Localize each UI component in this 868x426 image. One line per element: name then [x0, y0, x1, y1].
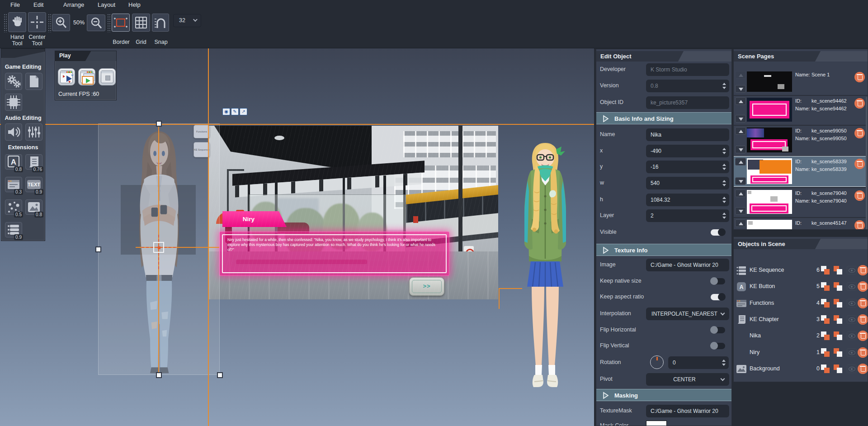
interpolation-dropdown[interactable]: INTERPOLATE_NEAREST [646, 308, 729, 320]
toolbar-grip[interactable] [107, 14, 111, 33]
x-field[interactable]: -490 [646, 145, 729, 157]
move-up-button[interactable] [735, 219, 746, 227]
visibility-eye-icon[interactable] [847, 299, 857, 308]
speaker-button[interactable] [5, 123, 22, 141]
h-field[interactable]: 1084.32 [646, 194, 729, 206]
scene-edit-icon[interactable]: ✎ [231, 108, 239, 115]
handle-bottom[interactable] [156, 372, 162, 378]
handle-left[interactable] [95, 246, 101, 252]
spinner-icon[interactable] [722, 148, 726, 154]
spinner-icon[interactable] [722, 83, 726, 89]
play-button[interactable] [58, 68, 75, 85]
scene-page-row[interactable]: Name:Scene 1 [734, 70, 868, 94]
scene-image[interactable]: 9 Niry Niry just hesitated for a while, … [209, 126, 498, 299]
layer-up-icon[interactable] [821, 364, 830, 374]
delete-object-button[interactable] [858, 281, 868, 292]
move-down-button[interactable] [735, 177, 746, 185]
play-scene-button[interactable] [78, 68, 95, 85]
zoom-out-button[interactable] [87, 14, 105, 31]
object-row-ke-button[interactable]: AKE Button5 [734, 279, 868, 294]
pivot-dropdown[interactable]: CENTER [646, 373, 729, 386]
scrollbar[interactable] [866, 97, 868, 230]
keep_aspect-toggle[interactable] [711, 294, 725, 300]
ext-script-button[interactable]: 0.76 [25, 154, 42, 170]
move-down-button[interactable] [735, 207, 746, 215]
layer-down-icon[interactable] [834, 348, 843, 357]
delete-scene-button[interactable] [854, 128, 865, 138]
zoom-in-button[interactable] [52, 14, 70, 31]
toolbar-grip[interactable] [4, 14, 7, 33]
move-up-button[interactable] [735, 158, 746, 166]
rotation-field[interactable]: 0 [668, 356, 729, 369]
layer-up-icon[interactable] [821, 315, 830, 324]
y-field[interactable]: -16 [646, 161, 729, 173]
scene-arrow-icon[interactable]: ↗ [240, 108, 247, 115]
delete-scene-button[interactable] [854, 220, 865, 230]
page-button[interactable] [25, 73, 42, 90]
mask-color-swatch[interactable] [646, 421, 667, 426]
delete-object-button[interactable] [858, 314, 868, 325]
layer-down-icon[interactable] [834, 266, 843, 275]
dialog-next-button[interactable]: >> [409, 277, 444, 296]
visibility-eye-icon[interactable] [847, 331, 857, 340]
layer-down-icon[interactable] [834, 282, 843, 291]
layer-up-icon[interactable] [821, 299, 830, 308]
stop-button[interactable] [99, 68, 116, 85]
move-up-button[interactable] [735, 127, 746, 135]
w-field[interactable]: 540 [646, 177, 729, 189]
handle-top[interactable] [156, 121, 162, 127]
chip-button[interactable] [5, 94, 22, 111]
layer-down-icon[interactable] [834, 331, 843, 341]
delete-scene-button[interactable] [854, 72, 865, 82]
delete-scene-button[interactable] [854, 190, 865, 201]
ext-particles-button[interactable]: 0.5 [5, 199, 22, 215]
scene-page-row[interactable]: ID:ke_scene94462Name:ke_scene94462 [734, 96, 868, 124]
spinner-icon[interactable] [722, 180, 726, 186]
menu-edit[interactable]: Edit [33, 1, 43, 8]
grid-size-dropdown[interactable]: 32 [173, 14, 201, 27]
visible-toggle[interactable] [711, 229, 725, 236]
scene-page-row[interactable]: ID:ke_scene99050Name:ke_scene99050 [734, 126, 868, 155]
move-up-button[interactable] [735, 97, 746, 105]
character-niry[interactable] [519, 137, 571, 390]
ext-image-button[interactable]: 0.8 [25, 199, 42, 215]
move-down-button[interactable] [735, 146, 746, 153]
menu-file[interactable]: File [10, 1, 20, 8]
menu-help[interactable]: Help [128, 1, 141, 8]
delete-scene-button[interactable] [854, 98, 865, 109]
center-tool-button[interactable] [28, 12, 46, 32]
object_id-field[interactable]: ke_picture5357 [646, 96, 729, 109]
move-up-button[interactable] [735, 189, 746, 197]
pivot-handle[interactable] [153, 242, 164, 253]
hand-tool-button[interactable] [8, 12, 26, 32]
overlay-functions-button[interactable]: Functions [193, 125, 210, 138]
object-row-ke-sequence[interactable]: KE Sequence6 [734, 263, 868, 278]
spinner-icon[interactable] [722, 360, 726, 366]
section-texture[interactable]: Texture Info [596, 244, 731, 256]
scene-canvas[interactable]: 9 Niry Niry just hesitated for a while, … [0, 48, 595, 426]
menu-layout[interactable]: Layout [98, 1, 115, 8]
visibility-eye-icon[interactable] [847, 315, 857, 324]
object-row-niry[interactable]: Niry1 [734, 346, 868, 360]
developer-field[interactable]: K Storm Studio [646, 63, 729, 76]
ext-dialog-button[interactable]: 0.3 [5, 177, 22, 192]
spinner-icon[interactable] [722, 197, 726, 203]
spinner-icon[interactable] [722, 213, 726, 219]
layer-down-icon[interactable] [834, 364, 843, 374]
keep_native-toggle[interactable] [711, 278, 725, 284]
mixer-button[interactable] [25, 123, 42, 141]
scene-page-row[interactable]: ID:ke_scene79040Name:ke_scene79040 [734, 188, 868, 216]
flip_h-toggle[interactable] [711, 327, 725, 333]
scene-page-row[interactable]: ID:ke_scene58339Name:ke_scene58339 [734, 156, 868, 186]
visibility-eye-icon[interactable] [847, 282, 857, 291]
layer-up-icon[interactable] [821, 348, 830, 357]
delete-object-button[interactable] [858, 364, 868, 374]
layer-down-icon[interactable] [834, 315, 843, 324]
scene-home-icon[interactable]: ◉ [222, 108, 230, 115]
menu-arrange[interactable]: Arrange [63, 1, 84, 8]
overlay-kesequence-button[interactable]: KE Sequence [193, 142, 210, 157]
ext-font-button[interactable]: A 0.8 [5, 154, 22, 170]
spinner-icon[interactable] [722, 164, 726, 170]
move-down-button[interactable] [735, 85, 746, 93]
layer-down-icon[interactable] [834, 299, 843, 308]
